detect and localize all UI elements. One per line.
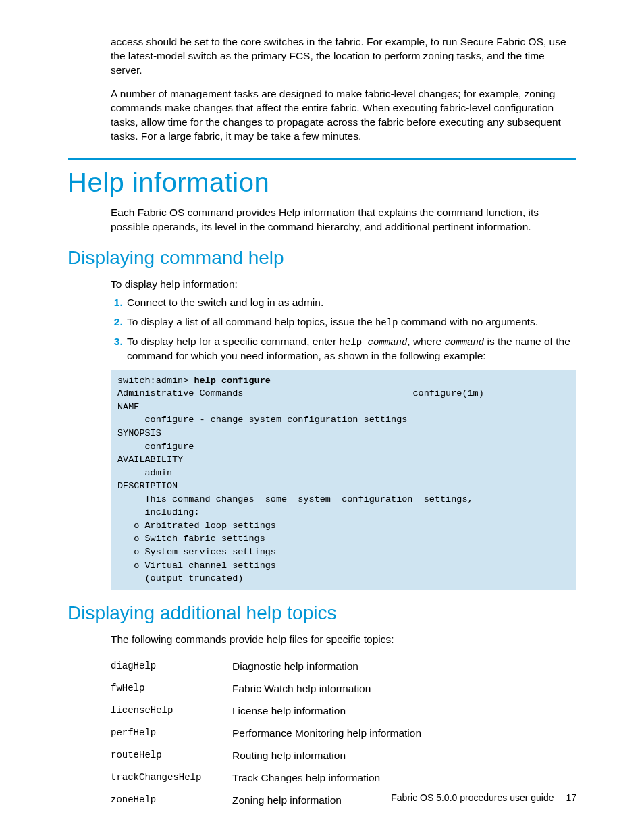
help-topics-table: diagHelp Diagnostic help information fwH… [111, 656, 421, 811]
step-2-code: help [375, 317, 398, 328]
table-row: fwHelp Fabric Watch help information [111, 678, 421, 700]
step-1: Connect to the switch and log in as admi… [126, 296, 576, 310]
help-cmd: fwHelp [111, 678, 232, 700]
table-row: perfHelp Performance Monitoring help inf… [111, 723, 421, 745]
section-divider [68, 158, 576, 160]
table-row: trackChangesHelp Track Changes help info… [111, 767, 421, 789]
help-desc: License help information [232, 700, 421, 723]
help-cmd: perfHelp [111, 723, 232, 745]
step-3: To display help for a specific command, … [126, 335, 576, 363]
code-body: Administrative Commands configure(1m) NA… [117, 388, 484, 583]
page-footer: Fabric OS 5.0.0 procedures user guide 17 [391, 791, 576, 804]
command-help-steps: Connect to the switch and log in as admi… [111, 296, 576, 363]
table-row: licenseHelp License help information [111, 700, 421, 723]
page-number: 17 [566, 792, 576, 803]
code-prompt: switch:admin> [117, 375, 194, 386]
step-3-code-2: command [367, 337, 407, 348]
help-information-heading: Help information [68, 164, 576, 201]
step-3-code-1: help [339, 337, 367, 348]
command-help-intro: To display help information: [111, 278, 576, 292]
code-command: help configure [194, 375, 270, 386]
help-desc: Performance Monitoring help information [232, 723, 421, 745]
help-desc: Fabric Watch help information [232, 678, 421, 700]
help-cmd: licenseHelp [111, 700, 232, 723]
step-3-text-b: , where [407, 336, 444, 347]
code-example: switch:admin> help configure Administrat… [111, 370, 576, 590]
step-2: To display a list of all command help to… [126, 315, 576, 330]
step-2-text-a: To display a list of all command help to… [127, 316, 375, 328]
help-desc: Diagnostic help information [232, 656, 421, 678]
intro-paragraph-2: A number of management tasks are designe… [111, 87, 576, 144]
additional-help-intro: The following commands provide help file… [111, 633, 576, 647]
table-row: diagHelp Diagnostic help information [111, 656, 421, 678]
step-3-text-a: To display help for a specific command, … [127, 336, 339, 347]
help-desc: Routing help information [232, 745, 421, 767]
help-cmd: diagHelp [111, 656, 232, 678]
help-desc: Track Changes help information [232, 767, 421, 789]
help-cmd: trackChangesHelp [111, 767, 232, 789]
displaying-additional-help-heading: Displaying additional help topics [68, 600, 576, 626]
step-3-code-3: command [444, 337, 484, 348]
step-2-text-b: command with no arguments. [398, 316, 539, 328]
footer-text: Fabric OS 5.0.0 procedures user guide [391, 792, 554, 803]
help-cmd: zoneHelp [111, 789, 232, 812]
help-information-paragraph: Each Fabric OS command provides Help inf… [111, 206, 576, 234]
table-row: routeHelp Routing help information [111, 745, 421, 767]
help-cmd: routeHelp [111, 745, 232, 767]
displaying-command-help-heading: Displaying command help [68, 245, 576, 271]
table-row: zoneHelp Zoning help information [111, 789, 421, 812]
intro-paragraph-1: access should be set to the core switche… [111, 35, 576, 78]
